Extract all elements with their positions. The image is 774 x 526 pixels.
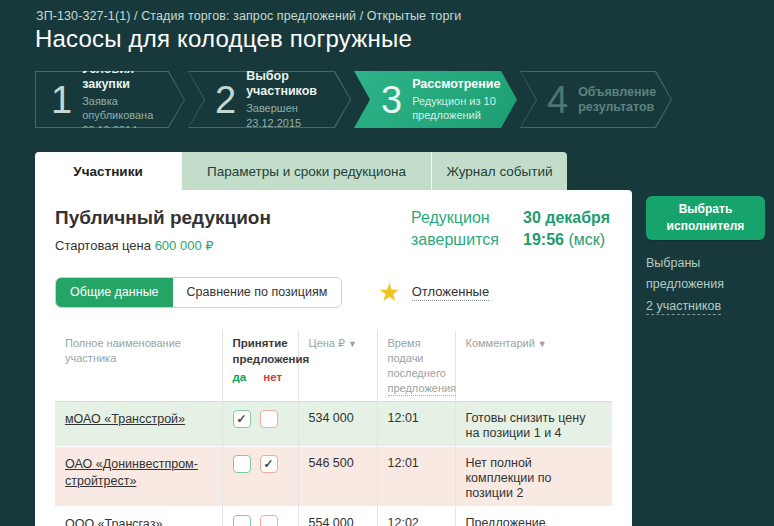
step-number: 1 [51, 81, 72, 119]
accept-no-checkbox[interactable] [260, 515, 278, 526]
breadcrumb[interactable]: ЗП-130-327-1(1) / Стадия торгов: запрос … [36, 9, 461, 23]
step-review-active[interactable]: 3 Рассмотрение Редукцион из 10 предложен… [354, 71, 517, 128]
table-row: мОАО «Трансстрой» ✓ 534 000 12:01 Готовы… [55, 402, 612, 447]
tab-label: Участники [73, 164, 142, 179]
start-price-value: 600 000 ₽ [155, 238, 214, 253]
step-title: Условия закупки [82, 62, 163, 92]
star-icon: ★ [378, 280, 400, 305]
view-toggle: Общие данные Сравнение по позициям [55, 277, 342, 308]
tab-label: Параметры и сроки редукциона [207, 164, 406, 179]
step-number: 4 [547, 81, 568, 119]
step-title: Объявление результатов [578, 85, 656, 115]
step-title: Рассмотрение [412, 77, 500, 92]
step-announce-results[interactable]: 4 Объявление результатов [520, 71, 672, 128]
step-number: 3 [381, 81, 402, 119]
tab-participants[interactable]: Участники [35, 152, 181, 190]
tab-event-log[interactable]: Журнал событий [431, 152, 567, 190]
select-contractor-button[interactable]: Выбрать исполнителя [646, 196, 765, 240]
yes-label: да [233, 370, 247, 386]
step-title: Выбор участников [246, 69, 329, 99]
table-header-row: Полное наименование участника Принятие п… [55, 330, 612, 402]
table-row: ОАО «Донинвестпром-стройтрест» ✓ 546 500… [55, 447, 612, 507]
participant-link[interactable]: мОАО «Трансстрой» [65, 412, 185, 426]
step-subtitle: Завершен 23.12.2015 [246, 101, 329, 130]
deadline-block: Редукцион завершится 30 декабря 19:56 (м… [411, 207, 612, 253]
bid-price: 554 000 [298, 507, 377, 526]
toggle-general-data[interactable]: Общие данные [56, 278, 173, 307]
col-comment-sortable[interactable]: Комментарий▼ [455, 330, 612, 402]
table-row: ООО «Трансгаз» 554 000 12:02 Предложение… [55, 507, 612, 526]
accept-yes-checkbox[interactable] [233, 455, 251, 473]
col-last-bid-time[interactable]: Время подачи последнего предложения [377, 330, 455, 402]
start-price: Стартовая цена 600 000 ₽ [55, 238, 271, 253]
accept-no-checkbox[interactable]: ✓ [260, 455, 278, 473]
deadline-date: 30 декабря [523, 209, 610, 226]
step-subtitle: Редукцион из 10 предложений [412, 94, 500, 123]
bid-time: 12:01 [377, 447, 455, 507]
step-purchase-terms[interactable]: 1 Условия закупки Заявка опубликована 23… [35, 71, 185, 128]
toggle-compare-positions[interactable]: Сравнение по позициям [173, 278, 342, 307]
col-participant-name: Полное наименование участника [55, 330, 222, 402]
bid-comment: Готовы снизить цену на позиции 1 и 4 [455, 402, 612, 447]
auction-title: Публичный редукцион [55, 207, 271, 229]
bid-comment: Предложение действительно только при пол… [455, 507, 612, 526]
deferred-label: Отложенные [412, 284, 489, 301]
bid-price: 546 500 [298, 447, 377, 507]
accept-yes-checkbox[interactable] [233, 515, 251, 526]
step-select-participants[interactable]: 2 Выбор участников Завершен 23.12.2015 [188, 71, 351, 128]
selected-participants-link[interactable]: 2 участников [646, 299, 721, 315]
accept-no-checkbox[interactable] [260, 410, 278, 428]
participants-panel: Публичный редукцион Стартовая цена 600 0… [35, 190, 632, 526]
col-price-sortable[interactable]: Цена ₽▼ [298, 330, 377, 402]
step-number: 2 [215, 81, 236, 119]
deadline-timezone: (мск) [568, 231, 605, 248]
bid-price: 534 000 [298, 402, 377, 447]
bid-time: 12:02 [377, 507, 455, 526]
progress-steps: 1 Условия закупки Заявка опубликована 23… [35, 71, 672, 128]
page-title: Насосы для колодцев погружные [35, 25, 412, 53]
selected-proposals-note: Выбраны предложения 2 участников [646, 253, 772, 317]
deadline-time: 19:56 [523, 231, 564, 248]
tab-reduction-params[interactable]: Параметры и сроки редукциона [181, 152, 431, 190]
no-label: нет [263, 370, 282, 386]
tab-bar: Участники Параметры и сроки редукциона Ж… [35, 152, 567, 190]
participant-link[interactable]: ООО «Трансгаз» [65, 517, 162, 526]
bid-time: 12:01 [377, 402, 455, 447]
sort-desc-icon: ▼ [348, 339, 357, 349]
tab-label: Журнал событий [446, 164, 552, 179]
bid-comment: Нет полной комплекции по позиции 2 [455, 447, 612, 507]
deferred-filter[interactable]: ★ Отложенные [378, 280, 489, 305]
participant-link[interactable]: ОАО «Донинвестпром-стройтрест» [65, 457, 198, 487]
col-acceptance: Принятие предложения да нет [222, 330, 298, 402]
sort-desc-icon: ▼ [538, 339, 547, 349]
step-subtitle: Заявка опубликована 23.12.2014 [82, 94, 163, 137]
accept-yes-checkbox[interactable]: ✓ [233, 410, 251, 428]
bids-table: Полное наименование участника Принятие п… [55, 330, 612, 526]
